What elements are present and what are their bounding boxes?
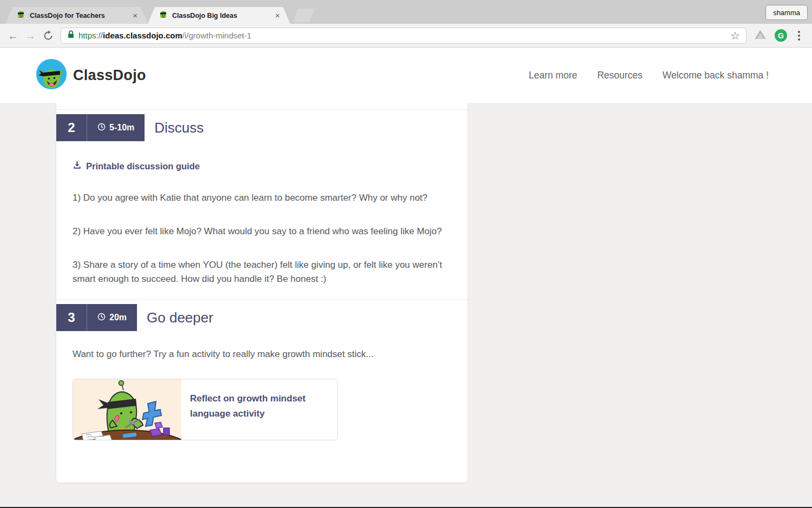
nav-welcome-back[interactable]: Welcome back shamma !	[663, 70, 769, 81]
site-nav: Learn more Resources Welcome back shamma…	[529, 70, 769, 81]
classdojo-logo-icon[interactable]	[36, 58, 67, 92]
activity-card-reflect-language[interactable]: Reflect on growth mindset language activ…	[73, 379, 338, 440]
section-divider	[56, 299, 468, 300]
padlock-icon	[67, 30, 75, 41]
brand-name[interactable]: ClassDojo	[73, 67, 146, 84]
tab-title: ClassDojo for Teachers	[30, 12, 127, 19]
tab-close-icon[interactable]: ×	[131, 10, 139, 21]
duration-label: 20m	[109, 313, 127, 322]
activity-card-title: Reflect on growth mindset language activ…	[181, 379, 322, 440]
reload-icon[interactable]	[39, 30, 57, 41]
url-path: /i/growth-mindset-1	[182, 31, 252, 40]
site-header: ClassDojo Learn more Resources Welcome b…	[0, 48, 812, 103]
url-scheme: https	[78, 31, 96, 40]
mojo-cutting-paper-icon	[73, 379, 181, 440]
browser-tab-strip: ClassDojo for Teachers × ClassDojo Big I…	[0, 0, 812, 24]
tab-title: ClassDojo Big Ideas	[172, 12, 269, 19]
step-duration: 5-10m	[87, 114, 145, 141]
bookmark-star-icon[interactable]: ☆	[730, 30, 740, 41]
address-bar[interactable]: https://ideas.classdojo.com/i/growth-min…	[61, 28, 746, 44]
discussion-question-1: 1) Do you agree with Katie that anyone c…	[73, 191, 446, 205]
profile-label: shamma	[773, 9, 800, 17]
url-text: https://ideas.classdojo.com/i/growth-min…	[78, 31, 251, 40]
new-tab-button[interactable]	[292, 9, 315, 22]
go-deeper-intro: Want to go further? Try a fun activity t…	[73, 347, 451, 361]
grammarly-extension-icon[interactable]: G	[775, 29, 787, 42]
step-3-badge: 3 20m	[56, 304, 137, 331]
duration-label: 5-10m	[109, 123, 134, 133]
lesson-card: 2 5-10m Discuss	[56, 103, 468, 483]
printable-guide-link[interactable]: Printable discussion guide	[73, 161, 451, 171]
forward-icon[interactable]: →	[22, 30, 39, 41]
drive-extension-icon[interactable]	[754, 29, 767, 42]
browser-profile-button[interactable]: shamma	[765, 5, 808, 20]
step-2-badge: 2 5-10m	[56, 114, 145, 141]
printable-guide-label: Printable discussion guide	[86, 161, 200, 171]
url-host: ideas.classdojo.com	[103, 31, 182, 40]
extension-area: G	[751, 29, 808, 42]
tab-classdojo-big-ideas[interactable]: ClassDojo Big Ideas ×	[148, 7, 290, 24]
step-3-title: Go deeper	[147, 309, 213, 326]
step-duration: 20m	[87, 304, 137, 331]
step-2-header: 2 5-10m Discuss	[73, 114, 451, 141]
url-separator: ://	[96, 31, 103, 40]
discussion-question-3: 3) Share a story of a time when YOU (the…	[73, 258, 446, 286]
nav-resources[interactable]: Resources	[597, 70, 643, 81]
section-divider	[56, 109, 468, 110]
page-body: 2 5-10m Discuss	[0, 103, 812, 508]
back-icon[interactable]: ←	[4, 30, 22, 41]
nav-learn-more[interactable]: Learn more	[529, 70, 578, 81]
browser-toolbar: ← → https://ideas.classdojo.com/i/growth…	[0, 24, 812, 48]
step-3-header: 3 20m Go deeper	[73, 304, 451, 331]
tab-classdojo-for-teachers[interactable]: ClassDojo for Teachers ×	[5, 7, 148, 24]
step-2-title: Discuss	[154, 120, 204, 136]
clock-icon	[97, 313, 106, 323]
classdojo-favicon-icon	[159, 10, 168, 21]
download-icon	[73, 161, 82, 171]
clock-icon	[97, 123, 106, 133]
step-number: 2	[56, 114, 87, 141]
step-number: 3	[56, 304, 87, 331]
tab-close-icon[interactable]: ×	[273, 10, 281, 21]
discussion-question-2: 2) Have you ever felt like Mojo? What wo…	[73, 225, 446, 239]
browser-menu-icon[interactable]	[795, 30, 803, 42]
classdojo-favicon-icon	[16, 10, 25, 21]
